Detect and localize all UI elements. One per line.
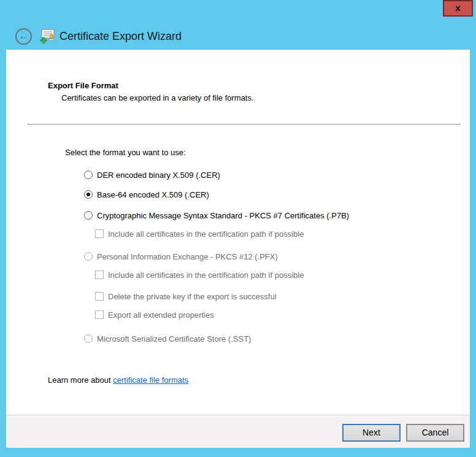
page-subheading: Certificates can be exported in a variet… (61, 93, 254, 102)
radio-pfx: Personal Information Exchange - PKCS #12… (84, 252, 278, 261)
window-title: Certificate Export Wizard (60, 30, 182, 43)
radio-icon (84, 171, 93, 179)
radio-icon (84, 252, 93, 261)
option-label: Base-64 encoded X.509 (.CER) (97, 190, 209, 199)
checkbox-icon (95, 292, 104, 301)
checkbox-icon (95, 271, 104, 279)
option-label: Include all certificates in the certific… (108, 229, 304, 239)
title-bar: ← Certificate Export Wizard (0, 0, 476, 49)
close-button[interactable]: x (443, 0, 473, 17)
radio-icon (84, 334, 93, 343)
option-label: Microsoft Serialized Certificate Store (… (97, 334, 251, 344)
back-button[interactable]: ← (15, 28, 32, 45)
checkbox-include-all-certs-pfx: Include all certificates in the certific… (95, 270, 304, 280)
checkbox-icon (95, 310, 104, 319)
learn-more-line: Learn more about certificate file format… (48, 375, 188, 385)
option-label: Cryptographic Message Syntax Standard - … (97, 211, 349, 220)
radio-icon (84, 211, 93, 220)
checkbox-icon (95, 229, 104, 238)
option-label: Include all certificates in the certific… (108, 271, 304, 280)
radio-base64-encoded[interactable]: Base-64 encoded X.509 (.CER) (84, 190, 209, 199)
option-label: Export all extended properties (108, 310, 214, 320)
radio-pkcs7[interactable]: Cryptographic Message Syntax Standard - … (84, 210, 349, 220)
checkbox-include-all-certs-pkcs7: Include all certificates in the certific… (95, 229, 304, 239)
certificate-export-wizard-icon (39, 28, 55, 45)
checkbox-export-extended-properties: Export all extended properties (95, 310, 214, 320)
checkbox-delete-private-key: Delete the private key if the export is … (95, 291, 277, 301)
radio-sst: Microsoft Serialized Certificate Store (… (84, 334, 251, 344)
next-button[interactable]: Next (342, 424, 401, 442)
certificate-file-formats-link[interactable]: certificate file formats (113, 375, 188, 385)
option-label: Delete the private key if the export is … (108, 292, 277, 301)
format-prompt-label: Select the format you want to use: (65, 148, 186, 157)
radio-der-encoded[interactable]: DER encoded binary X.509 (.CER) (84, 170, 220, 180)
window-bottom-border (0, 448, 476, 457)
radio-selected-icon (84, 190, 93, 199)
learn-more-prefix: Learn more about (48, 375, 113, 385)
option-label: DER encoded binary X.509 (.CER) (97, 171, 220, 180)
page-heading: Export File Format (48, 81, 118, 90)
option-label: Personal Information Exchange - PKCS #12… (97, 252, 278, 261)
cancel-button[interactable]: Cancel (406, 424, 464, 442)
section-divider (27, 124, 461, 125)
